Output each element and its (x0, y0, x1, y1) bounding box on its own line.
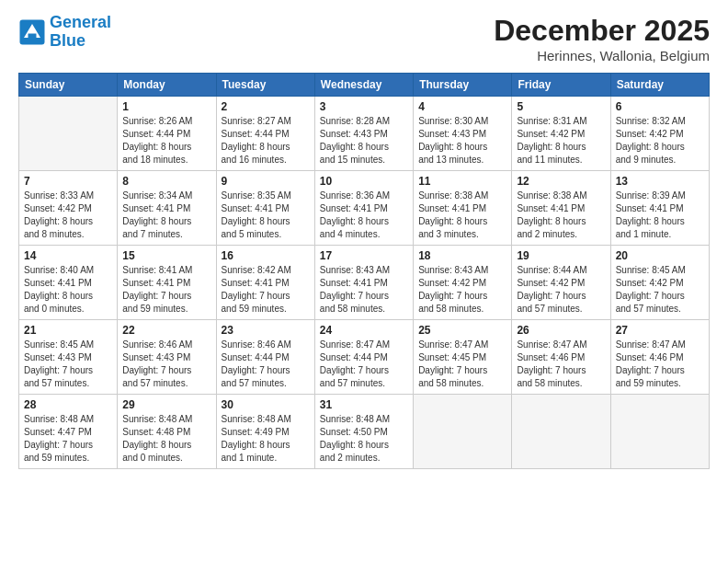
calendar-cell: 18Sunrise: 8:43 AM Sunset: 4:42 PM Dayli… (414, 246, 512, 320)
day-number: 25 (418, 324, 506, 337)
logo-icon (18, 18, 46, 46)
weekday-header: Saturday (610, 74, 709, 97)
logo-text: General Blue (50, 14, 111, 51)
day-number: 11 (418, 175, 506, 188)
calendar-cell: 21Sunrise: 8:45 AM Sunset: 4:43 PM Dayli… (19, 320, 118, 395)
logo-general: General (50, 13, 111, 31)
day-info: Sunrise: 8:38 AM Sunset: 4:41 PM Dayligh… (517, 190, 605, 241)
day-info: Sunrise: 8:28 AM Sunset: 4:43 PM Dayligh… (320, 115, 408, 167)
weekday-header: Friday (512, 74, 610, 97)
day-number: 12 (517, 175, 605, 188)
calendar-cell: 31Sunrise: 8:48 AM Sunset: 4:50 PM Dayli… (314, 395, 413, 469)
calendar-week-row: 21Sunrise: 8:45 AM Sunset: 4:43 PM Dayli… (19, 320, 710, 395)
calendar-cell: 26Sunrise: 8:47 AM Sunset: 4:46 PM Dayli… (512, 320, 610, 395)
calendar-cell: 19Sunrise: 8:44 AM Sunset: 4:42 PM Dayli… (512, 246, 610, 320)
day-info: Sunrise: 8:47 AM Sunset: 4:44 PM Dayligh… (320, 339, 408, 390)
day-info: Sunrise: 8:47 AM Sunset: 4:45 PM Dayligh… (418, 339, 506, 390)
calendar-cell: 2Sunrise: 8:27 AM Sunset: 4:44 PM Daylig… (216, 97, 314, 171)
calendar-cell (512, 395, 610, 469)
day-number: 1 (122, 100, 210, 113)
weekday-header: Sunday (19, 74, 118, 97)
header: General Blue December 2025 Herinnes, Wal… (18, 14, 710, 63)
calendar-cell (610, 395, 709, 469)
day-info: Sunrise: 8:38 AM Sunset: 4:41 PM Dayligh… (418, 190, 506, 241)
day-info: Sunrise: 8:44 AM Sunset: 4:42 PM Dayligh… (517, 264, 605, 316)
day-number: 21 (24, 324, 112, 337)
calendar-week-row: 1Sunrise: 8:26 AM Sunset: 4:44 PM Daylig… (19, 97, 710, 171)
day-info: Sunrise: 8:31 AM Sunset: 4:42 PM Dayligh… (517, 115, 605, 167)
day-number: 20 (616, 249, 704, 262)
calendar-cell: 9Sunrise: 8:35 AM Sunset: 4:41 PM Daylig… (216, 171, 314, 246)
calendar-cell: 4Sunrise: 8:30 AM Sunset: 4:43 PM Daylig… (414, 97, 512, 171)
day-number: 2 (222, 100, 310, 113)
calendar-cell: 29Sunrise: 8:48 AM Sunset: 4:48 PM Dayli… (118, 395, 216, 469)
calendar-cell: 20Sunrise: 8:45 AM Sunset: 4:42 PM Dayli… (610, 246, 709, 320)
day-number: 3 (320, 100, 408, 113)
day-number: 22 (122, 324, 210, 337)
day-number: 19 (517, 249, 605, 262)
day-info: Sunrise: 8:48 AM Sunset: 4:48 PM Dayligh… (122, 413, 210, 465)
day-number: 16 (222, 249, 310, 262)
calendar-week-row: 7Sunrise: 8:33 AM Sunset: 4:42 PM Daylig… (19, 171, 710, 246)
day-number: 26 (517, 324, 605, 337)
day-info: Sunrise: 8:27 AM Sunset: 4:44 PM Dayligh… (222, 115, 310, 167)
logo-blue: Blue (50, 31, 85, 50)
calendar-cell: 5Sunrise: 8:31 AM Sunset: 4:42 PM Daylig… (512, 97, 610, 171)
title-block: December 2025 Herinnes, Wallonia, Belgiu… (494, 14, 710, 63)
calendar-cell: 28Sunrise: 8:48 AM Sunset: 4:47 PM Dayli… (19, 395, 118, 469)
calendar-week-row: 14Sunrise: 8:40 AM Sunset: 4:41 PM Dayli… (19, 246, 710, 320)
day-info: Sunrise: 8:26 AM Sunset: 4:44 PM Dayligh… (122, 115, 210, 167)
calendar: SundayMondayTuesdayWednesdayThursdayFrid… (18, 73, 710, 469)
day-number: 13 (616, 175, 704, 188)
day-number: 28 (24, 398, 112, 411)
day-info: Sunrise: 8:48 AM Sunset: 4:50 PM Dayligh… (320, 413, 408, 465)
day-info: Sunrise: 8:34 AM Sunset: 4:41 PM Dayligh… (122, 190, 210, 241)
day-info: Sunrise: 8:42 AM Sunset: 4:41 PM Dayligh… (222, 264, 310, 316)
calendar-cell (414, 395, 512, 469)
day-info: Sunrise: 8:36 AM Sunset: 4:41 PM Dayligh… (320, 190, 408, 241)
month-title: December 2025 (494, 14, 710, 48)
calendar-cell: 3Sunrise: 8:28 AM Sunset: 4:43 PM Daylig… (314, 97, 413, 171)
day-number: 10 (320, 175, 408, 188)
page: General Blue December 2025 Herinnes, Wal… (0, 0, 728, 563)
svg-rect-2 (28, 33, 37, 39)
day-info: Sunrise: 8:43 AM Sunset: 4:41 PM Dayligh… (320, 264, 408, 316)
calendar-cell: 10Sunrise: 8:36 AM Sunset: 4:41 PM Dayli… (314, 171, 413, 246)
day-info: Sunrise: 8:46 AM Sunset: 4:43 PM Dayligh… (122, 339, 210, 390)
calendar-cell: 15Sunrise: 8:41 AM Sunset: 4:41 PM Dayli… (118, 246, 216, 320)
day-number: 14 (24, 249, 112, 262)
weekday-header: Tuesday (216, 74, 314, 97)
calendar-cell: 11Sunrise: 8:38 AM Sunset: 4:41 PM Dayli… (414, 171, 512, 246)
day-number: 30 (222, 398, 310, 411)
day-number: 24 (320, 324, 408, 337)
calendar-cell: 7Sunrise: 8:33 AM Sunset: 4:42 PM Daylig… (19, 171, 118, 246)
weekday-header: Wednesday (314, 74, 413, 97)
day-info: Sunrise: 8:47 AM Sunset: 4:46 PM Dayligh… (517, 339, 605, 390)
day-number: 5 (517, 100, 605, 113)
calendar-cell (19, 97, 118, 171)
day-number: 23 (222, 324, 310, 337)
day-info: Sunrise: 8:39 AM Sunset: 4:41 PM Dayligh… (616, 190, 704, 241)
calendar-week-row: 28Sunrise: 8:48 AM Sunset: 4:47 PM Dayli… (19, 395, 710, 469)
day-number: 6 (616, 100, 704, 113)
day-info: Sunrise: 8:47 AM Sunset: 4:46 PM Dayligh… (616, 339, 704, 390)
calendar-cell: 17Sunrise: 8:43 AM Sunset: 4:41 PM Dayli… (314, 246, 413, 320)
location-title: Herinnes, Wallonia, Belgium (494, 48, 710, 63)
calendar-cell: 13Sunrise: 8:39 AM Sunset: 4:41 PM Dayli… (610, 171, 709, 246)
day-number: 4 (418, 100, 506, 113)
day-number: 9 (222, 175, 310, 188)
day-number: 29 (122, 398, 210, 411)
day-info: Sunrise: 8:43 AM Sunset: 4:42 PM Dayligh… (418, 264, 506, 316)
calendar-cell: 8Sunrise: 8:34 AM Sunset: 4:41 PM Daylig… (118, 171, 216, 246)
logo: General Blue (18, 14, 111, 51)
calendar-cell: 22Sunrise: 8:46 AM Sunset: 4:43 PM Dayli… (118, 320, 216, 395)
day-number: 15 (122, 249, 210, 262)
calendar-cell: 1Sunrise: 8:26 AM Sunset: 4:44 PM Daylig… (118, 97, 216, 171)
calendar-cell: 16Sunrise: 8:42 AM Sunset: 4:41 PM Dayli… (216, 246, 314, 320)
day-info: Sunrise: 8:41 AM Sunset: 4:41 PM Dayligh… (122, 264, 210, 316)
day-info: Sunrise: 8:46 AM Sunset: 4:44 PM Dayligh… (222, 339, 310, 390)
day-info: Sunrise: 8:48 AM Sunset: 4:49 PM Dayligh… (222, 413, 310, 465)
weekday-header-row: SundayMondayTuesdayWednesdayThursdayFrid… (19, 74, 710, 97)
day-info: Sunrise: 8:35 AM Sunset: 4:41 PM Dayligh… (222, 190, 310, 241)
calendar-cell: 30Sunrise: 8:48 AM Sunset: 4:49 PM Dayli… (216, 395, 314, 469)
